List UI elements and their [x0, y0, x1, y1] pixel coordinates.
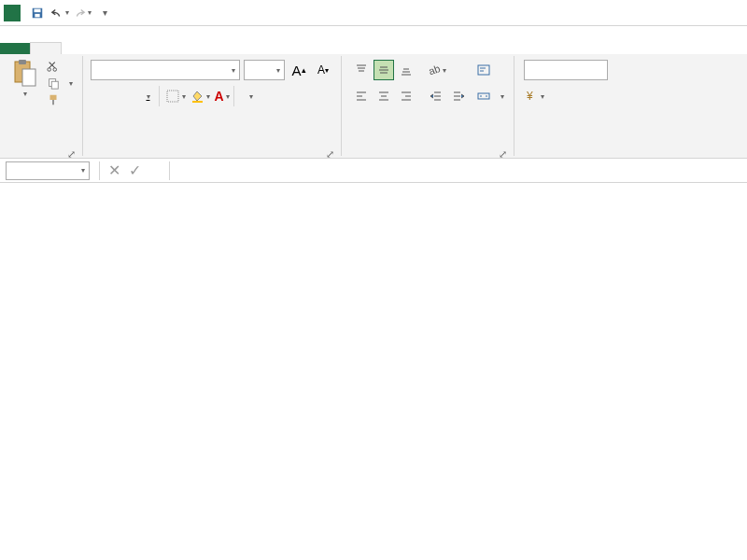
- font-name-select[interactable]: ▾: [91, 60, 240, 80]
- group-font: ▾ ▾ A▴ A▾ ▾ ▾ ▾ A▾ ▾ ⤢: [83, 56, 342, 156]
- svg-rect-9: [51, 81, 58, 89]
- fill-color-button[interactable]: ▾: [190, 86, 210, 106]
- merge-icon: [476, 89, 491, 104]
- align-top-icon[interactable]: [351, 60, 372, 80]
- cancel-formula-icon[interactable]: ✕: [104, 161, 124, 180]
- insert-function-icon[interactable]: [145, 161, 165, 180]
- align-bottom-icon[interactable]: [396, 60, 416, 80]
- merge-center-button[interactable]: ▾: [476, 86, 504, 106]
- qat-customize-icon[interactable]: ▾: [94, 3, 115, 23]
- underline-button[interactable]: ▾: [139, 86, 160, 106]
- enter-formula-icon[interactable]: ✓: [124, 161, 145, 180]
- dialog-launcher-icon[interactable]: ⤢: [324, 148, 335, 160]
- copy-icon: [47, 77, 60, 90]
- dialog-launcher-icon[interactable]: ⤢: [65, 148, 77, 160]
- wrap-text-button[interactable]: [476, 60, 504, 80]
- tab-home[interactable]: [30, 42, 62, 54]
- svg-rect-4: [19, 60, 26, 64]
- ribbon-tabs: [0, 26, 747, 54]
- svg-rect-12: [192, 101, 203, 103]
- font-color-button[interactable]: A▾: [214, 86, 234, 106]
- font-size-select[interactable]: ▾: [244, 60, 285, 80]
- brush-icon: [47, 93, 60, 106]
- accounting-format-icon[interactable]: ¥▾: [524, 86, 544, 106]
- increase-font-icon[interactable]: A▴: [289, 60, 309, 80]
- align-middle-icon[interactable]: [374, 60, 394, 80]
- cut-button[interactable]: [47, 60, 73, 73]
- dialog-launcher-icon[interactable]: ⤢: [497, 148, 508, 160]
- tab-data[interactable]: [151, 43, 181, 54]
- svg-text:ab: ab: [427, 63, 441, 77]
- align-left-icon[interactable]: [351, 86, 372, 106]
- name-box[interactable]: ▾: [6, 161, 90, 180]
- percent-icon[interactable]: [546, 86, 567, 106]
- ribbon: ▾ ▾ ⤢ ▾: [0, 54, 747, 159]
- svg-rect-5: [22, 69, 35, 86]
- number-format-select[interactable]: [524, 60, 608, 80]
- svg-point-6: [48, 68, 51, 72]
- italic-button[interactable]: [115, 86, 135, 106]
- align-center-icon[interactable]: [374, 86, 394, 106]
- save-icon[interactable]: [27, 3, 48, 23]
- formula-input[interactable]: [174, 161, 747, 180]
- tab-file[interactable]: [0, 43, 30, 54]
- tab-formulas[interactable]: [121, 43, 151, 54]
- decrease-font-icon[interactable]: A▾: [313, 60, 333, 80]
- spreadsheet-grid: [0, 183, 747, 558]
- bold-button[interactable]: [91, 86, 111, 106]
- chevron-down-icon: ▾: [88, 8, 92, 17]
- tab-view[interactable]: [211, 43, 241, 54]
- svg-rect-38: [478, 65, 489, 75]
- tab-review[interactable]: [181, 43, 211, 54]
- tab-insert[interactable]: [62, 43, 92, 54]
- format-painter-button[interactable]: [47, 93, 73, 106]
- increase-indent-icon[interactable]: [448, 86, 469, 106]
- align-right-icon[interactable]: [396, 86, 416, 106]
- group-clipboard: ▾ ▾ ⤢: [0, 56, 83, 156]
- excel-app-icon: [4, 5, 21, 21]
- orientation-icon[interactable]: ab▾: [426, 60, 446, 80]
- wrap-text-icon: [476, 63, 491, 77]
- copy-button[interactable]: ▾: [47, 77, 73, 90]
- group-alignment: ab▾ ▾: [342, 56, 514, 156]
- paste-icon[interactable]: [9, 58, 39, 88]
- group-number: ¥▾: [514, 56, 617, 156]
- formula-bar: ▾ ✕ ✓: [0, 159, 747, 183]
- redo-icon[interactable]: ▾: [72, 3, 92, 23]
- chevron-down-icon: ▾: [65, 8, 69, 17]
- decrease-indent-icon[interactable]: [426, 86, 446, 106]
- borders-button[interactable]: ▾: [165, 86, 186, 106]
- svg-rect-1: [35, 8, 41, 12]
- svg-rect-11: [167, 91, 178, 102]
- svg-point-7: [53, 68, 57, 72]
- tab-page-layout[interactable]: [92, 43, 121, 54]
- title-bar: ▾ ▾ ▾: [0, 0, 747, 26]
- svg-rect-10: [50, 95, 57, 100]
- comma-icon[interactable]: [569, 86, 589, 106]
- undo-icon[interactable]: ▾: [49, 3, 70, 23]
- scissors-icon: [47, 60, 60, 73]
- svg-rect-2: [35, 13, 39, 17]
- svg-text:¥: ¥: [526, 90, 533, 103]
- paste-button[interactable]: ▾: [21, 90, 27, 98]
- phonetic-button[interactable]: ▾: [240, 86, 261, 106]
- svg-rect-39: [478, 93, 489, 99]
